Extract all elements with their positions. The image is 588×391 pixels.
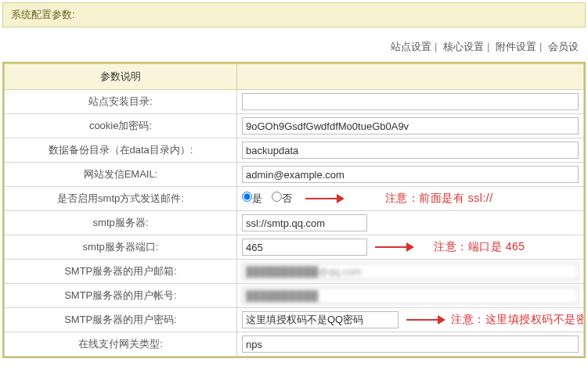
- page-header-title: 系统配置参数:: [11, 9, 75, 20]
- label-site-email: 网站发信EMAIL:: [5, 163, 237, 187]
- label-smtp-enable: 是否启用smtp方式发送邮件:: [5, 187, 237, 211]
- note-ssl: 注意：前面是有 ssl://: [385, 192, 493, 206]
- input-smtp-server[interactable]: [242, 214, 367, 231]
- nav-member[interactable]: 会员设: [547, 41, 580, 52]
- row-site-email: 网站发信EMAIL:: [5, 163, 584, 187]
- nav-sep: |: [538, 41, 543, 52]
- label-backup-dir: 数据备份目录（在data目录内）:: [5, 138, 237, 163]
- arrow-icon: [305, 194, 346, 203]
- row-pay-gateway: 在线支付网关类型:: [5, 332, 584, 357]
- radio-yes-text: 是: [252, 192, 262, 204]
- col-header-param: 参数说明: [5, 64, 237, 90]
- row-smtp-server: smtp服务器:: [5, 211, 584, 235]
- row-smtp-enable: 是否启用smtp方式发送邮件: 是 否 注意：前面是有 ssl://: [5, 187, 584, 211]
- form-container: 参数说明 站点安装目录: cookie加密码: 数据备份目录（在data目录内）…: [2, 62, 586, 358]
- label-cookie-enc: cookie加密码:: [5, 114, 237, 138]
- input-backup-dir[interactable]: [242, 142, 579, 159]
- config-table: 参数说明 站点安装目录: cookie加密码: 数据备份目录（在data目录内）…: [4, 63, 584, 357]
- nav-sep: |: [433, 41, 438, 52]
- input-smtp-user-acct[interactable]: [242, 287, 579, 304]
- input-site-email[interactable]: [242, 166, 579, 183]
- row-smtp-user-email: SMTP服务器的用户邮箱:: [5, 260, 584, 284]
- input-install-dir[interactable]: [242, 93, 579, 110]
- radio-yes-label[interactable]: 是: [242, 192, 262, 204]
- input-pay-gateway[interactable]: [242, 335, 579, 353]
- label-pay-gateway: 在线支付网关类型:: [5, 332, 237, 357]
- nav-core[interactable]: 核心设置: [442, 41, 485, 52]
- nav-site[interactable]: 站点设置: [389, 41, 433, 52]
- label-smtp-port: smtp服务器端口:: [5, 235, 237, 260]
- label-smtp-user-pass: SMTP服务器的用户密码:: [5, 308, 237, 332]
- input-cookie-enc[interactable]: [242, 117, 579, 135]
- radio-no[interactable]: [272, 192, 282, 202]
- row-backup-dir: 数据备份目录（在data目录内）:: [5, 138, 584, 163]
- row-install-dir: 站点安装目录:: [5, 90, 584, 114]
- page-header: 系统配置参数:: [2, 2, 586, 27]
- label-install-dir: 站点安装目录:: [5, 90, 237, 114]
- nav-attach[interactable]: 附件设置: [494, 41, 538, 52]
- top-nav: 站点设置| 核心设置| 附件设置| 会员设: [0, 27, 588, 62]
- col-header-value: [237, 64, 584, 90]
- input-smtp-user-email[interactable]: [242, 263, 579, 280]
- note-port: 注意：端口是 465: [434, 240, 525, 254]
- nav-sep: |: [485, 41, 491, 52]
- row-smtp-port: smtp服务器端口: 注意：端口是 465: [5, 235, 584, 260]
- row-smtp-user-pass: SMTP服务器的用户密码: 注意：这里填授权码不是密码: [5, 308, 584, 332]
- input-smtp-port[interactable]: [242, 239, 367, 256]
- radio-no-label[interactable]: 否: [272, 192, 292, 204]
- label-smtp-user-acct: SMTP服务器的用户帐号:: [5, 284, 237, 308]
- arrow-icon: [406, 315, 447, 325]
- label-smtp-server: smtp服务器:: [5, 211, 237, 235]
- radio-yes[interactable]: [242, 192, 252, 202]
- input-smtp-user-pass[interactable]: [242, 311, 399, 328]
- radio-no-text: 否: [282, 192, 292, 204]
- row-smtp-user-acct: SMTP服务器的用户帐号:: [5, 284, 584, 308]
- label-smtp-user-email: SMTP服务器的用户邮箱:: [5, 260, 237, 284]
- row-cookie-enc: cookie加密码:: [5, 114, 584, 138]
- arrow-icon: [375, 242, 416, 252]
- note-pass: 注意：这里填授权码不是密码: [451, 313, 583, 327]
